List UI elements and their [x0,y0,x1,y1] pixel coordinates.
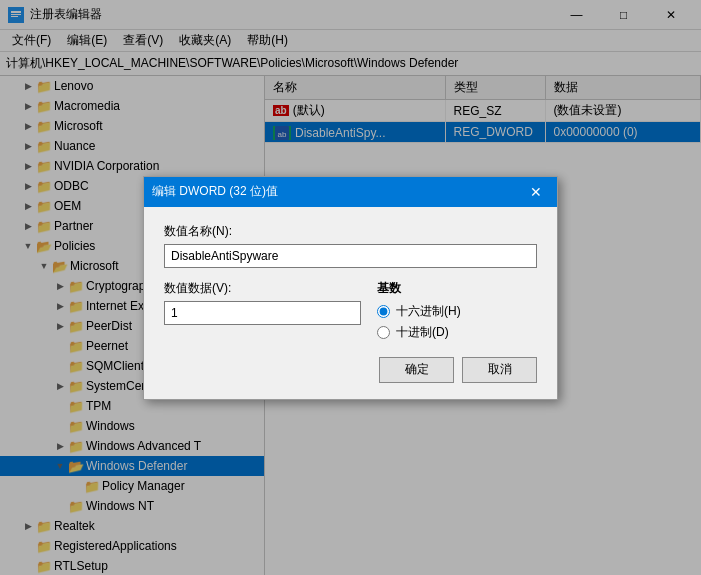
dialog-close-button[interactable]: ✕ [523,179,549,205]
dec-radio-text: 十进制(D) [396,324,449,341]
value-section: 数值数据(V): [164,280,361,345]
dec-radio[interactable] [377,326,390,339]
cancel-button[interactable]: 取消 [462,357,537,383]
base-section: 基数 十六进制(H) 十进制(D) [377,280,537,345]
edit-dword-dialog: 编辑 DWORD (32 位)值 ✕ 数值名称(N): 数值数据(V): 基数 … [143,176,558,400]
name-input[interactable] [164,244,537,268]
data-label: 数值数据(V): [164,280,361,297]
confirm-button[interactable]: 确定 [379,357,454,383]
hex-radio-text: 十六进制(H) [396,303,461,320]
name-label: 数值名称(N): [164,223,537,240]
base-label: 基数 [377,280,537,297]
value-base-row: 数值数据(V): 基数 十六进制(H) 十进制(D) [164,280,537,345]
hex-radio[interactable] [377,305,390,318]
modal-overlay: 编辑 DWORD (32 位)值 ✕ 数值名称(N): 数值数据(V): 基数 … [0,0,701,575]
dialog-title-bar: 编辑 DWORD (32 位)值 ✕ [144,177,557,207]
dialog-buttons: 确定 取消 [164,357,537,383]
data-input[interactable] [164,301,361,325]
dialog-body: 数值名称(N): 数值数据(V): 基数 十六进制(H) 十进制(D) [144,207,557,399]
dialog-title-text: 编辑 DWORD (32 位)值 [152,183,523,200]
dec-radio-label[interactable]: 十进制(D) [377,324,537,341]
hex-radio-label[interactable]: 十六进制(H) [377,303,537,320]
